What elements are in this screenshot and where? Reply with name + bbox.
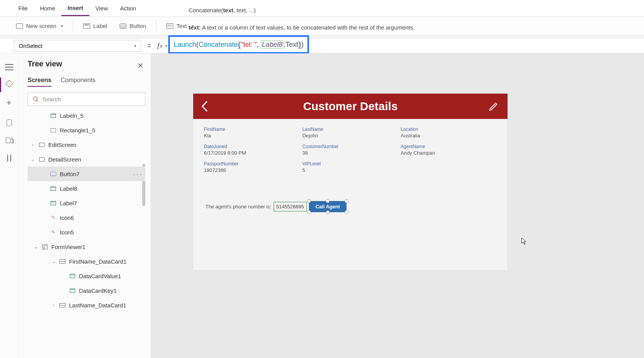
- tab-screens[interactable]: Screens: [28, 77, 51, 87]
- tree-item-label[interactable]: Labeln_5: [28, 108, 145, 123]
- field-label: PassportNumber: [204, 161, 300, 167]
- field-value: Kia: [204, 133, 300, 139]
- close-icon[interactable]: ✕: [137, 61, 144, 70]
- intellisense-help: text: A text or a column of text values,…: [189, 24, 415, 31]
- field-label: DateJoined: [204, 144, 300, 149]
- agent-phone-row: The agent's phone number is: 5145526695 …: [205, 201, 347, 212]
- media-icon[interactable]: [6, 138, 13, 143]
- app-title: Customer Details: [303, 100, 398, 113]
- field-label: AgentName: [401, 144, 497, 149]
- field-value: 5: [302, 167, 399, 173]
- canvas-area[interactable]: Customer Details FirstNameKia LastNameDe…: [151, 53, 644, 358]
- field-value: Andy Champan: [401, 150, 497, 156]
- property-selector[interactable]: OnSelect ▾: [14, 40, 141, 51]
- svg-line-1: [37, 100, 38, 102]
- menu-home[interactable]: Home: [34, 1, 61, 15]
- tree-item-editscreen[interactable]: ›EditScreen: [28, 137, 145, 152]
- equals-sign: =: [147, 42, 151, 50]
- label-icon: [83, 23, 90, 29]
- field-value: 19072386: [204, 167, 300, 173]
- formula-bar: OnSelect ▾ = fx▾ Launch(Concatenate("tel…: [0, 38, 644, 53]
- hamburger-icon[interactable]: [5, 64, 13, 70]
- insert-icon[interactable]: +: [7, 98, 12, 108]
- field-value: 38: [302, 150, 399, 156]
- field-label: Location: [401, 127, 497, 132]
- field-label: FirstName: [204, 127, 300, 132]
- insert-button-button[interactable]: Button: [115, 20, 151, 31]
- field-value: 6/17/2019 8:00 PM: [204, 150, 300, 156]
- tree-view-icon[interactable]: [5, 80, 13, 87]
- field-value: Dejohn: [302, 133, 399, 139]
- tree-item-detailscreen[interactable]: ⌄DetailScreen: [28, 152, 145, 167]
- advanced-tools-icon[interactable]: [6, 155, 12, 162]
- button-icon: [120, 23, 127, 29]
- cursor-icon: [521, 238, 527, 245]
- tree-tabs: Screens Components: [28, 77, 145, 87]
- tree-item-label8[interactable]: Label8: [28, 181, 145, 196]
- chevron-down-icon: ▾: [134, 44, 136, 48]
- tab-components[interactable]: Components: [61, 77, 95, 87]
- back-icon[interactable]: [200, 100, 209, 113]
- tree-item-datacardkey1[interactable]: DataCardKey1: [28, 283, 145, 298]
- selection-handle[interactable]: [345, 199, 348, 203]
- tree-item-firstname-datacard[interactable]: ⌄FirstName_DataCard1: [28, 254, 145, 269]
- call-agent-button[interactable]: Call Agent: [309, 201, 347, 212]
- selection-handle[interactable]: [345, 210, 348, 214]
- intellisense-signature: Concatenate(text, text, ...): [189, 5, 256, 15]
- edit-icon[interactable]: [488, 101, 499, 112]
- field-value: Australia: [401, 133, 497, 139]
- tree-item-lastname-datacard[interactable]: ›LastName_DataCard1: [28, 298, 145, 312]
- chevron-down-icon: ▾: [61, 24, 63, 28]
- tree-item-datacardvalue1[interactable]: DataCardValue1: [28, 269, 145, 283]
- app-screen[interactable]: Customer Details FirstNameKia LastNameDe…: [193, 94, 508, 270]
- tree-item-icon6[interactable]: ✎Icon6: [28, 210, 145, 225]
- formula-input[interactable]: Launch(Concatenate("tel: ", Label8.Text)…: [174, 40, 304, 49]
- tree-search-input[interactable]: Search: [28, 92, 145, 106]
- menu-view[interactable]: View: [89, 1, 114, 15]
- selection-handle[interactable]: [326, 199, 330, 203]
- separator: [156, 20, 156, 32]
- more-icon[interactable]: · · ·: [133, 171, 145, 177]
- formula-input-highlight: Launch(Concatenate("tel: ", Label8.Text)…: [168, 35, 309, 54]
- field-label: VIPLevel: [302, 161, 399, 167]
- menu-file[interactable]: File: [12, 1, 34, 15]
- agent-phone-value: 5145526695: [274, 202, 307, 211]
- chevron-down-icon: ▾: [165, 44, 167, 48]
- search-icon: [33, 96, 39, 102]
- agent-phone-label: The agent's phone number is:: [205, 204, 271, 210]
- separator: [73, 20, 73, 32]
- active-rail-marker: [0, 78, 1, 92]
- tree-item-rectangle[interactable]: Rectangle1_5: [28, 123, 145, 137]
- search-placeholder: Search: [43, 96, 61, 102]
- tree-item-button7[interactable]: Button7· · ·: [28, 167, 145, 181]
- new-screen-button[interactable]: New screen▾: [12, 20, 67, 31]
- app-header: Customer Details: [193, 94, 508, 119]
- tree-item-label7[interactable]: Label7: [28, 196, 145, 210]
- svg-point-0: [33, 97, 37, 101]
- tree-item-icon5[interactable]: ✎Icon5: [28, 225, 145, 239]
- text-icon: [166, 23, 173, 29]
- menu-insert[interactable]: Insert: [61, 1, 89, 16]
- screen-icon: [16, 23, 23, 29]
- selection-handle[interactable]: [307, 210, 311, 214]
- tree-view-panel: Tree view ✕ Screens Components Search La…: [18, 53, 151, 358]
- left-rail: +: [0, 53, 18, 358]
- menubar: File Home Insert View Action: [0, 0, 644, 17]
- selection-handle[interactable]: [326, 210, 330, 214]
- tree-view-title: Tree view: [28, 59, 145, 68]
- data-icon[interactable]: [7, 119, 12, 126]
- field-label: LastName: [302, 127, 399, 132]
- tree-list: Labeln_5 Rectangle1_5 ›EditScreen ⌄Detai…: [28, 108, 145, 312]
- menu-action[interactable]: Action: [114, 1, 142, 15]
- field-label: CustomerNumber: [302, 144, 399, 149]
- tree-item-formviewer1[interactable]: ⌄FormViewer1: [28, 239, 145, 254]
- fx-button[interactable]: fx▾: [158, 42, 167, 50]
- selection-handle[interactable]: [307, 199, 311, 203]
- insert-label-button[interactable]: Label: [79, 20, 112, 31]
- form-viewer: FirstNameKia LastNameDejohn LocationAust…: [193, 119, 508, 181]
